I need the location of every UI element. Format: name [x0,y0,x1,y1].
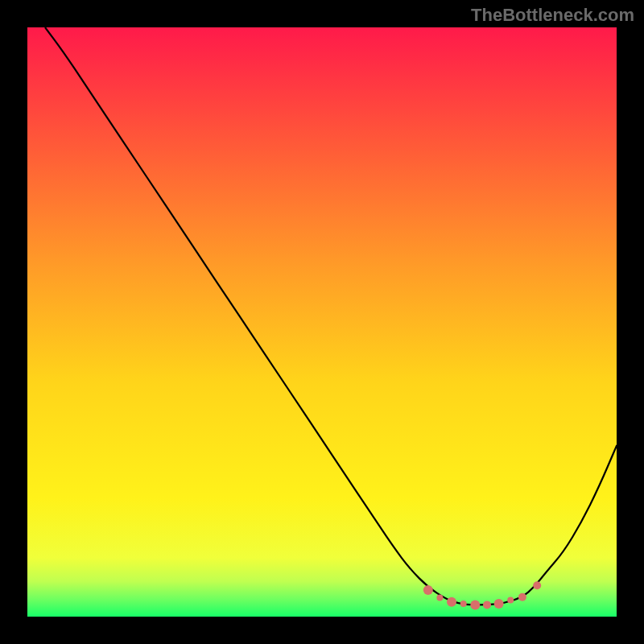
marker-dot [483,601,491,609]
chart-container: TheBottleneck.com [0,0,644,644]
marker-dot [533,581,541,589]
marker-dot [507,597,514,604]
marker-dot [447,597,456,607]
marker-dot [436,595,443,601]
watermark-text: TheBottleneck.com [471,5,634,26]
gradient-background [27,27,617,617]
marker-dot [470,600,480,609]
plot-area [27,27,617,617]
marker-dot [423,585,433,595]
marker-dot [460,601,467,607]
chart-svg [27,27,617,617]
marker-dot [494,599,504,609]
marker-dot [518,593,526,601]
